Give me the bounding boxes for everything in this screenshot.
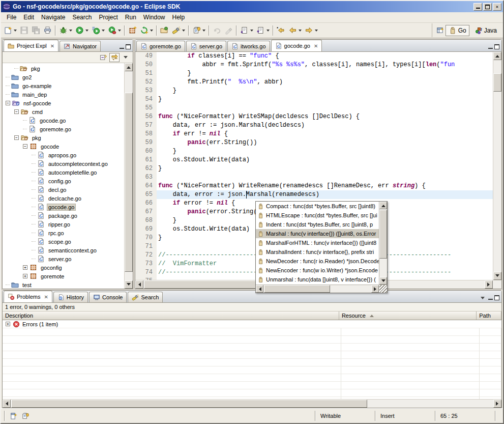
view-menu-icon[interactable] bbox=[481, 297, 485, 299]
close-tab-icon[interactable]: ✕ bbox=[44, 294, 48, 300]
completion-proposal[interactable]: NewDecoder : func(r io.Reader) *json.Dec… bbox=[256, 257, 379, 266]
problems-hscrollbar[interactable] bbox=[3, 399, 501, 408]
tree-item-nsf-gocode[interactable]: −Gnsf-gocode bbox=[3, 99, 124, 107]
code-line-55[interactable]: 55 bbox=[135, 104, 493, 112]
profile-button[interactable] bbox=[106, 24, 123, 37]
go-build-button[interactable]: ✦ bbox=[138, 24, 155, 37]
tree-item-server-go[interactable]: Gserver.go bbox=[3, 255, 124, 263]
popup-resize-grip[interactable] bbox=[379, 285, 387, 293]
close-tab-icon[interactable]: ✕ bbox=[314, 43, 318, 49]
tree-item-goremote-go[interactable]: Ggoremote.go bbox=[3, 125, 124, 133]
editor-tab-server-go[interactable]: Gserver.go bbox=[186, 41, 226, 51]
expand-node-icon[interactable]: + bbox=[6, 322, 10, 326]
maximize-button[interactable] bbox=[483, 3, 492, 11]
tree-item-pkg[interactable]: −pkg bbox=[3, 133, 124, 142]
scroll-left-icon[interactable] bbox=[135, 280, 143, 289]
dropdown-caret-icon[interactable] bbox=[182, 30, 185, 32]
scroll-down-icon[interactable] bbox=[379, 277, 387, 285]
problems-tab-history[interactable]: History bbox=[53, 292, 88, 302]
editor-vscrollbar[interactable] bbox=[493, 52, 501, 280]
completion-proposal[interactable]: Compact : func(dst *bytes.Buffer, src []… bbox=[256, 202, 379, 211]
scroll-right-icon[interactable] bbox=[485, 280, 493, 289]
tree-item-declcache-go[interactable]: Gdeclcache.go bbox=[3, 194, 124, 203]
dropdown-caret-icon[interactable] bbox=[69, 30, 72, 32]
problems-tab-problems[interactable]: Problems✕ bbox=[4, 291, 52, 302]
code-line-52[interactable]: 52 fmt.Printf(" %s\n", abbr) bbox=[135, 78, 493, 87]
menu-file[interactable]: File bbox=[3, 13, 20, 22]
tree-item-gocode-go[interactable]: Ggocode.go bbox=[3, 116, 124, 125]
tree-item-go-example[interactable]: go-example bbox=[3, 81, 124, 90]
search-button[interactable] bbox=[170, 24, 187, 37]
tree-item-semanticcontext-go[interactable]: Gsemanticcontext.go bbox=[3, 246, 124, 255]
dropdown-caret-icon[interactable] bbox=[250, 30, 253, 32]
view-menu-button[interactable] bbox=[121, 53, 131, 62]
fast-view-button[interactable]: ✦ bbox=[8, 411, 19, 421]
run-button[interactable] bbox=[74, 24, 90, 37]
run-last-button[interactable] bbox=[90, 24, 106, 37]
new-go-package-button[interactable]: ✦ bbox=[127, 24, 138, 37]
code-line-64[interactable]: 64func (*NiceFormatter) WriteRename(rena… bbox=[135, 182, 493, 190]
scroll-left-icon[interactable] bbox=[256, 285, 263, 293]
close-button[interactable]: ✕ bbox=[493, 3, 501, 11]
tree-scrollbar[interactable] bbox=[124, 63, 133, 289]
tree-item-decl-go[interactable]: Gdecl.go bbox=[3, 185, 124, 194]
collapse-node-icon[interactable]: − bbox=[23, 144, 27, 149]
editor-tab-goremote-go[interactable]: Ggoremote.go bbox=[136, 41, 185, 51]
completion-proposal[interactable]: Unmarshal : func(data []uint8, v interfa… bbox=[256, 275, 379, 284]
menu-window[interactable]: Window bbox=[140, 13, 169, 22]
scroll-left-icon[interactable] bbox=[3, 400, 11, 408]
menu-run[interactable]: Run bbox=[122, 13, 140, 22]
code-line-51[interactable]: 51 } bbox=[135, 69, 493, 78]
menu-navigate[interactable]: Navigate bbox=[38, 13, 69, 22]
tree-item-go2[interactable]: go2 bbox=[3, 73, 124, 81]
forward-button[interactable] bbox=[303, 24, 319, 37]
expand-node-icon[interactable]: + bbox=[23, 265, 27, 270]
menu-project[interactable]: Project bbox=[95, 13, 121, 22]
code-line-56[interactable]: 56func (*NiceFormatter) WriteSMap(declde… bbox=[135, 112, 493, 121]
menu-search[interactable]: Search bbox=[69, 13, 95, 22]
collapse-node-icon[interactable]: − bbox=[14, 135, 19, 140]
explorer-tab-project-expl[interactable]: Project Expl✕ bbox=[4, 40, 58, 51]
dropdown-caret-icon[interactable] bbox=[299, 30, 302, 32]
completion-proposal[interactable]: MarshalIndent : func(v interface{}, pref… bbox=[256, 247, 379, 257]
back-button[interactable] bbox=[287, 24, 303, 37]
code-line-62[interactable]: 62} bbox=[135, 164, 493, 173]
tree-item-cmd[interactable]: −cmd bbox=[3, 107, 124, 116]
completion-proposal[interactable]: NewEncoder : func(w io.Writer) *json.Enc… bbox=[256, 266, 379, 275]
close-tab-icon[interactable]: ✕ bbox=[50, 43, 54, 49]
tree-item-scope-go[interactable]: Gscope.go bbox=[3, 237, 124, 246]
tree-item-autocompletecontext-go[interactable]: Gautocompletecontext.go bbox=[3, 159, 124, 168]
open-perspective-button[interactable]: ✦ bbox=[435, 26, 446, 35]
perspective-go-button[interactable]: Go bbox=[446, 25, 469, 36]
collapse-node-icon[interactable]: − bbox=[14, 109, 19, 114]
code-line-53[interactable]: 53 } bbox=[135, 87, 493, 95]
last-edit-location-button[interactable]: * bbox=[275, 24, 287, 37]
code-line-59[interactable]: 59 panic(err.String()) bbox=[135, 138, 493, 147]
scroll-down-icon[interactable] bbox=[125, 280, 133, 289]
popup-vscrollbar-thumb[interactable] bbox=[379, 210, 387, 259]
debug-button[interactable] bbox=[57, 24, 74, 37]
tree-item-config-go[interactable]: Gconfig.go bbox=[3, 177, 124, 185]
type-hierarchy-button[interactable] bbox=[191, 24, 207, 37]
view-minimize-icon[interactable] bbox=[488, 296, 493, 300]
dropdown-caret-icon[interactable] bbox=[266, 30, 270, 32]
code-line-63[interactable]: 63 bbox=[135, 173, 493, 182]
tree-item-ripper-go[interactable]: Gripper.go bbox=[3, 220, 124, 229]
menu-help[interactable]: Help bbox=[169, 13, 189, 22]
tree-item-pkg[interactable]: pkg bbox=[3, 64, 124, 73]
new-wizard-button[interactable]: ✦ bbox=[2, 24, 18, 37]
explorer-tab-navigator[interactable]: Navigator bbox=[60, 41, 101, 51]
tree-item-apropos-go[interactable]: Gapropos.go bbox=[3, 151, 124, 159]
column-header-resource[interactable]: Resource bbox=[339, 312, 477, 320]
link-with-editor-button[interactable] bbox=[109, 53, 120, 62]
scroll-up-icon[interactable] bbox=[125, 63, 133, 71]
completion-proposal[interactable]: HTMLEscape : func(dst *bytes.Buffer, src… bbox=[256, 211, 379, 220]
view-minimize-icon[interactable] bbox=[120, 45, 124, 49]
dropdown-caret-icon[interactable] bbox=[102, 30, 105, 32]
view-maximize-icon[interactable] bbox=[494, 295, 499, 300]
editor-maximize-icon[interactable] bbox=[494, 44, 499, 49]
tree-item-test[interactable]: test bbox=[3, 280, 124, 289]
collapse-all-button[interactable] bbox=[98, 53, 108, 62]
tree-item-gocode[interactable]: −gocode bbox=[3, 142, 124, 151]
scroll-right-icon[interactable] bbox=[371, 285, 379, 293]
